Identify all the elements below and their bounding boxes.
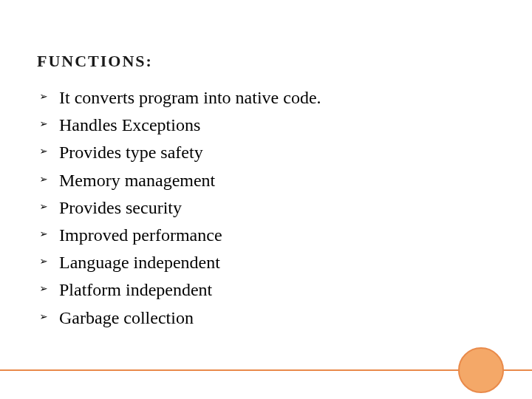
bullet-marker-icon: ➢ xyxy=(40,249,48,276)
list-item: ➢Improved performance xyxy=(40,222,495,249)
list-item-text: Improved performance xyxy=(59,225,222,245)
bullet-marker-icon: ➢ xyxy=(40,276,48,304)
bullet-marker-icon: ➢ xyxy=(40,304,48,332)
list-item: ➢Platform independent xyxy=(40,276,495,304)
list-item: ➢Language independent xyxy=(40,249,495,276)
footer-divider xyxy=(0,369,532,371)
list-item: ➢Provides security xyxy=(40,194,495,222)
list-item-text: Memory management xyxy=(59,171,215,190)
list-item: ➢Handles Exceptions xyxy=(40,112,495,139)
list-item-text: Garbage collection xyxy=(59,308,194,327)
bullet-list: ➢It converts program into native code. ➢… xyxy=(40,84,495,332)
list-item-text: Language independent xyxy=(59,253,220,272)
list-item-text: It converts program into native code. xyxy=(59,88,321,107)
bullet-marker-icon: ➢ xyxy=(40,139,48,166)
slide-heading: FUNCTIONS: xyxy=(37,52,495,71)
slide: FUNCTIONS: ➢It converts program into nat… xyxy=(0,0,532,399)
footer-circle-icon xyxy=(458,347,504,393)
list-item-text: Platform independent xyxy=(59,280,212,299)
bullet-marker-icon: ➢ xyxy=(40,84,48,112)
list-item: ➢It converts program into native code. xyxy=(40,84,495,112)
list-item: ➢Garbage collection xyxy=(40,304,495,332)
bullet-marker-icon: ➢ xyxy=(40,167,48,194)
list-item: ➢Memory management xyxy=(40,167,495,194)
list-item-text: Handles Exceptions xyxy=(59,115,200,134)
bullet-marker-icon: ➢ xyxy=(40,222,48,249)
bullet-marker-icon: ➢ xyxy=(40,112,48,139)
list-item-text: Provides type safety xyxy=(59,143,203,162)
list-item-text: Provides security xyxy=(59,198,182,217)
bullet-marker-icon: ➢ xyxy=(40,194,48,222)
list-item: ➢Provides type safety xyxy=(40,139,495,166)
